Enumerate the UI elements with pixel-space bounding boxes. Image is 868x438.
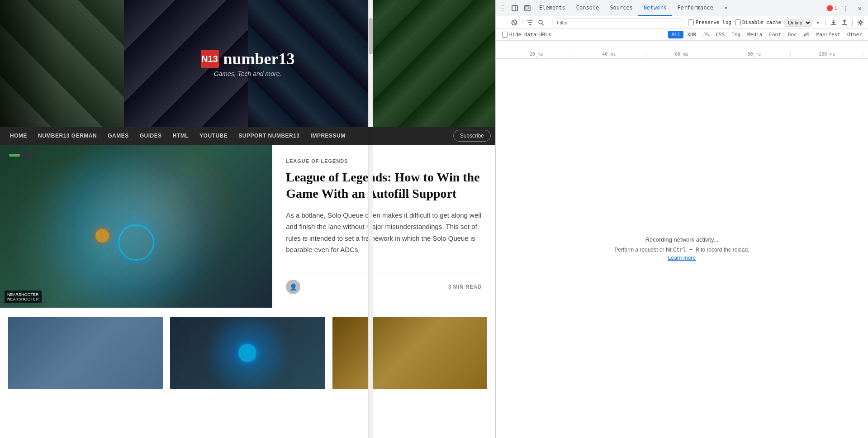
toolbar-sep-4	[852, 19, 853, 26]
export-har-button[interactable]	[840, 18, 849, 28]
timeline-marker-4: 80 ms	[718, 52, 791, 58]
filter-js[interactable]: JS	[700, 31, 712, 38]
grid-image-1	[8, 317, 163, 389]
nav-german[interactable]: NUMBER13 GERMAN	[33, 133, 102, 139]
hud-line2: NEARSHOOTER	[7, 297, 39, 301]
grid-item-2[interactable]	[170, 317, 325, 389]
nav-youtube[interactable]: YOUTUBE	[194, 133, 233, 139]
main-nav: HOME NUMBER13 GERMAN GAMES GUIDES HTML Y…	[0, 127, 495, 145]
toolbar-sep-2	[549, 19, 549, 26]
articles-grid	[0, 317, 495, 398]
svg-point-8	[859, 22, 861, 24]
nav-games[interactable]: GAMES	[102, 133, 134, 139]
hero-overlay	[0, 0, 59, 127]
disable-cache-checkbox[interactable]	[735, 19, 741, 25]
svg-line-5	[513, 21, 516, 24]
filter-manifest[interactable]: Manifest	[813, 31, 844, 38]
featured-article: NEARSHOOTER NEARSHOOTER LEAGUE OF LEGEND…	[0, 145, 495, 308]
nav-impressum[interactable]: IMPRESSUM	[305, 133, 351, 139]
article-meta: 👤 3 MIN READ	[286, 272, 482, 294]
nav-html[interactable]: HTML	[167, 133, 194, 139]
read-time: 3 MIN READ	[448, 284, 482, 290]
error-badge[interactable]: 🔴 1	[826, 5, 837, 11]
tab-overflow[interactable]: »	[719, 0, 733, 16]
game-health-bar	[9, 154, 20, 157]
nav-guides[interactable]: GUIDES	[134, 133, 167, 139]
site-logo: N13 number13 Games, Tech and more.	[200, 49, 294, 77]
timeline-marker-2: 40 ms	[573, 52, 646, 58]
throttle-settings-button[interactable]: ▾	[813, 18, 823, 28]
devtools-tabs-bar: ⋮ Elements Console Sources Network	[496, 0, 868, 16]
nav-support[interactable]: SUPPORT NUMBER13	[233, 133, 305, 139]
svg-point-6	[539, 20, 542, 24]
timeline-header: 20 ms 40 ms 60 ms 80 ms 100 ms	[496, 41, 868, 59]
network-filter-row: Hide data URLs All XHR JS CSS Img Media …	[496, 29, 868, 41]
logo-badge: N13	[200, 50, 218, 68]
import-har-button[interactable]	[829, 18, 839, 28]
nav-home[interactable]: HOME	[5, 133, 33, 139]
filter-doc[interactable]: Doc	[785, 31, 800, 38]
throttle-select[interactable]: Online	[784, 19, 812, 27]
subscribe-button[interactable]: Subscribe	[453, 130, 491, 142]
keyboard-shortcut: Ctrl + R	[673, 247, 699, 253]
filter-ws[interactable]: WS	[801, 31, 813, 38]
filter-input[interactable]	[552, 18, 684, 27]
more-options-button[interactable]: ⋮	[839, 2, 852, 14]
site-tagline: Games, Tech and more.	[200, 70, 294, 77]
article-title[interactable]: League of Legends: How to Win the Game W…	[286, 169, 482, 202]
website-panel: N13 number13 Games, Tech and more. HOME …	[0, 0, 495, 438]
devtools-drag-handle[interactable]: ⋮	[498, 4, 508, 12]
filter-xhr[interactable]: XHR	[684, 31, 699, 38]
dock-side-button[interactable]	[508, 2, 521, 14]
grid-item-3[interactable]	[332, 317, 487, 389]
error-icon: 🔴	[826, 5, 833, 11]
tab-performance[interactable]: Performance	[672, 0, 719, 16]
close-devtools-button[interactable]: ✕	[854, 2, 866, 14]
toolbar-sep-3	[825, 19, 826, 26]
filter-font[interactable]: Font	[766, 31, 784, 38]
tab-sources[interactable]: Sources	[604, 0, 638, 16]
error-count: 1	[834, 5, 837, 11]
grid-item-1[interactable]	[8, 317, 163, 389]
hide-data-urls-checkbox[interactable]	[502, 32, 508, 38]
search-button[interactable]	[536, 18, 546, 28]
filter-media[interactable]: Media	[744, 31, 765, 38]
filter-type-buttons: All XHR JS CSS Img Media Font Doc WS Man…	[668, 31, 865, 38]
preserve-log-checkbox[interactable]	[688, 19, 694, 25]
article-excerpt: As a botlane, Solo Queue often makes it …	[286, 209, 482, 256]
filter-all[interactable]: All	[668, 31, 683, 38]
inspect-button[interactable]	[521, 2, 534, 14]
network-settings-button[interactable]	[855, 18, 865, 28]
grid-image-3	[332, 317, 487, 389]
svg-rect-3	[526, 6, 528, 9]
website-scrollbar[interactable]	[368, 0, 373, 438]
learn-more-link[interactable]: Learn more	[668, 255, 696, 261]
game-health-bar-bg	[9, 154, 36, 157]
timeline-marker-1: 20 ms	[500, 52, 573, 58]
clear-button[interactable]	[509, 18, 519, 28]
tab-elements[interactable]: Elements	[534, 0, 571, 16]
filter-img[interactable]: Img	[728, 31, 744, 38]
article-tag: LEAGUE OF LEGENDS	[286, 158, 482, 164]
scrollbar-thumb[interactable]	[369, 18, 373, 54]
filter-css[interactable]: CSS	[712, 31, 728, 38]
tab-network[interactable]: Network	[638, 0, 672, 16]
network-toolbar: Preserve log Disable cache Online ▾	[496, 16, 868, 29]
record-button[interactable]	[498, 18, 508, 28]
featured-image: NEARSHOOTER NEARSHOOTER	[0, 145, 272, 308]
devtools-top-icons: 🔴 1 ⋮ ✕	[826, 2, 866, 14]
svg-line-7	[542, 24, 544, 25]
game-hud: NEARSHOOTER NEARSHOOTER	[5, 290, 42, 303]
preserve-log-label[interactable]: Preserve log	[688, 19, 731, 25]
filter-other[interactable]: Other	[844, 31, 865, 38]
hide-data-urls-label[interactable]: Hide data URLs	[502, 32, 551, 38]
timeline-marker-5: 100 ms	[791, 52, 863, 58]
site-name: number13	[223, 49, 294, 68]
devtools-panel: ⋮ Elements Console Sources Network	[495, 0, 868, 438]
svg-rect-0	[512, 5, 517, 11]
filter-button[interactable]	[525, 18, 535, 28]
disable-cache-label[interactable]: Disable cache	[735, 19, 781, 25]
network-empty-state: Recording network activity... Perform a …	[496, 59, 868, 438]
recording-hint: Perform a request or hit Ctrl + R to rec…	[615, 247, 749, 253]
tab-console[interactable]: Console	[571, 0, 605, 16]
